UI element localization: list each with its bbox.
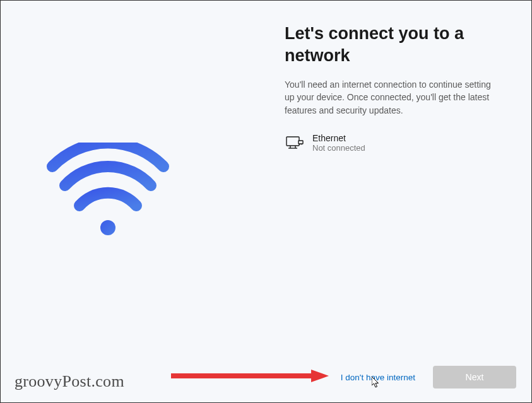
footer: I don't have internet Next [341,366,516,388]
svg-rect-4 [299,141,303,144]
network-name: Ethernet [312,133,365,143]
skip-internet-link[interactable]: I don't have internet [341,373,415,382]
svg-marker-8 [311,370,329,382]
ethernet-icon [286,136,304,151]
network-info: Ethernet Not connected [312,133,365,153]
network-status: Not connected [312,143,365,153]
network-item-ethernet[interactable]: Ethernet Not connected [285,133,499,153]
annotation-arrow-icon [171,370,329,382]
page-title: Let's connect you to a network [285,23,499,67]
page-description: You'll need an internet connection to co… [285,78,499,117]
wifi-illustration-icon [45,143,171,243]
svg-rect-0 [287,137,299,146]
next-button[interactable]: Next [433,366,516,388]
content-panel: Let's connect you to a network You'll ne… [285,23,499,153]
watermark-text: groovyPost.com [15,372,124,391]
